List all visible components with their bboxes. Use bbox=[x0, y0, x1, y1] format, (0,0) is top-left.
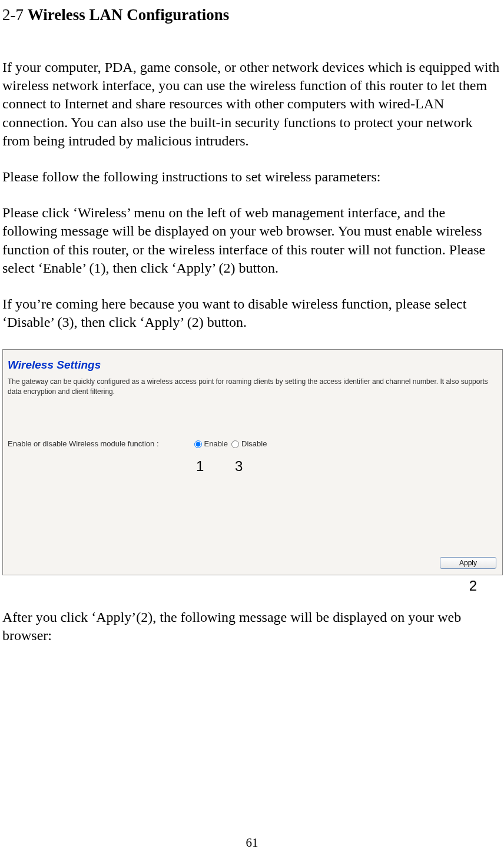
page-number: 61 bbox=[0, 835, 504, 851]
paragraph-5: After you click ‘Apply’(2), the followin… bbox=[2, 608, 503, 645]
paragraph-1: If your computer, PDA, game console, or … bbox=[2, 58, 503, 150]
section-heading: 2-7 Wireless LAN Configurations bbox=[2, 5, 503, 25]
paragraph-4: If you’re coming here because you want t… bbox=[2, 295, 503, 332]
wireless-settings-description: The gateway can be quickly configured as… bbox=[8, 377, 498, 396]
section-number: 2-7 bbox=[2, 6, 24, 24]
radio-enable-item[interactable]: Enable bbox=[194, 439, 228, 449]
radio-group: Enable Disable bbox=[194, 439, 267, 449]
annotation-2-wrap: 2 bbox=[2, 576, 503, 595]
wireless-settings-title: Wireless Settings bbox=[8, 358, 101, 373]
wireless-enable-row: Enable or disable Wireless module functi… bbox=[8, 439, 267, 449]
annotation-2: 2 bbox=[469, 578, 477, 594]
wireless-enable-label: Enable or disable Wireless module functi… bbox=[8, 439, 159, 449]
radio-disable-item[interactable]: Disable bbox=[231, 439, 267, 449]
radio-enable-input[interactable] bbox=[194, 440, 202, 448]
apply-button[interactable]: Apply bbox=[440, 557, 496, 569]
annotation-1: 1 bbox=[196, 457, 204, 475]
radio-disable-label: Disable bbox=[241, 439, 267, 449]
section-title: Wireless LAN Configurations bbox=[28, 6, 230, 24]
radio-enable-label: Enable bbox=[204, 439, 228, 449]
paragraph-3: Please click ‘Wireless’ menu on the left… bbox=[2, 204, 503, 277]
paragraph-2: Please follow the following instructions… bbox=[2, 168, 503, 186]
annotation-3: 3 bbox=[235, 457, 243, 475]
radio-disable-input[interactable] bbox=[231, 440, 239, 448]
wireless-settings-screenshot: Wireless Settings The gateway can be qui… bbox=[2, 349, 503, 575]
